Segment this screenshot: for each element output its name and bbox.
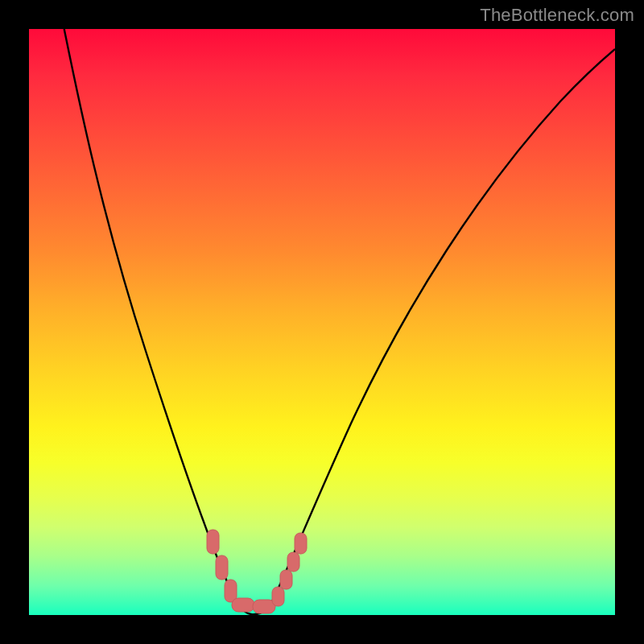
marker-dot [272, 587, 284, 606]
chart-frame: TheBottleneck.com [0, 0, 644, 644]
marker-dot [232, 598, 254, 612]
bottleneck-curve [64, 29, 615, 614]
marker-group [207, 530, 307, 613]
marker-dot [295, 533, 307, 554]
marker-dot [216, 555, 228, 580]
watermark-text: TheBottleneck.com [480, 5, 634, 26]
marker-dot [207, 530, 219, 554]
marker-dot [287, 552, 299, 572]
curve-layer [29, 29, 615, 615]
marker-dot [280, 570, 292, 589]
plot-area [29, 29, 615, 615]
